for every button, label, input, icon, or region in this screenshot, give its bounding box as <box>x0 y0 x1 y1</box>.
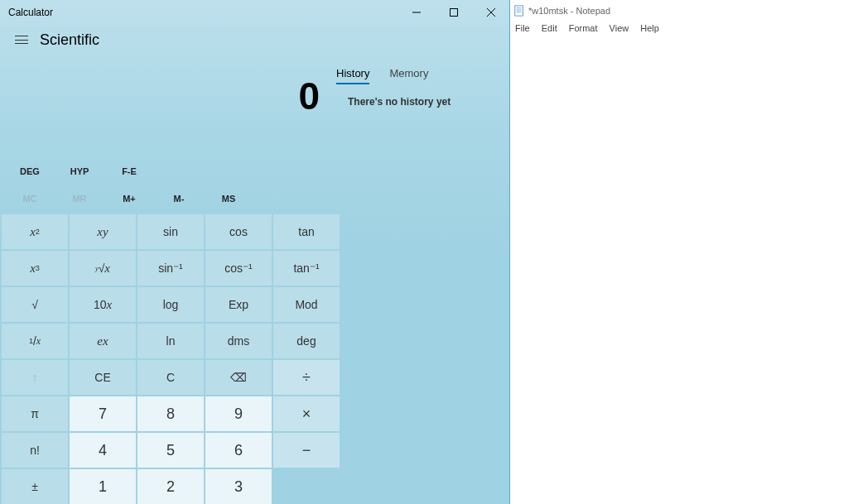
digit-8-button[interactable]: 8 <box>137 396 204 431</box>
notepad-icon <box>513 5 525 17</box>
x-power-y-button[interactable]: xy <box>70 214 136 249</box>
hyp-button[interactable]: HYP <box>55 166 104 176</box>
e-power-x-button[interactable]: ex <box>70 324 136 358</box>
button-grid: x2 xy sin cos tan x3 y√x sin⁻¹ cos⁻¹ tan… <box>0 214 333 504</box>
cos-button[interactable]: cos <box>205 214 272 249</box>
plus-minus-button[interactable]: ± <box>2 469 68 504</box>
dms-button[interactable]: dms <box>205 324 272 358</box>
calculator-titlebar: Calculator <box>0 0 509 25</box>
fe-button[interactable]: F-E <box>104 166 154 176</box>
mminus-button[interactable]: M- <box>154 194 204 204</box>
digit-2-button[interactable]: 2 <box>137 469 204 504</box>
ln-button[interactable]: ln <box>137 324 204 358</box>
backspace-button[interactable]: ⌫ <box>205 360 272 395</box>
menu-edit[interactable]: Edit <box>542 23 557 33</box>
c-button[interactable]: C <box>137 360 204 395</box>
calculator-left: 0 DEG HYP F-E MC MR M+ M- MS x2 xy sin c… <box>0 55 333 504</box>
pi-button[interactable]: π <box>2 396 68 431</box>
factorial-button[interactable]: n! <box>2 433 68 468</box>
display-area: 0 <box>0 55 333 160</box>
menu-format[interactable]: Format <box>569 23 598 33</box>
angle-mode-row: DEG HYP F-E <box>0 160 333 183</box>
digit-9-button[interactable]: 9 <box>205 396 272 431</box>
tabs-row: History Memory <box>333 55 509 84</box>
digit-3-button[interactable]: 3 <box>205 469 272 504</box>
asin-button[interactable]: sin⁻¹ <box>137 251 204 286</box>
digit-5-button[interactable]: 5 <box>137 433 204 468</box>
subtract-button[interactable]: − <box>273 433 340 468</box>
notepad-title: *w10mtsk - Notepad <box>528 6 610 16</box>
ce-button[interactable]: CE <box>70 360 136 395</box>
hamburger-icon[interactable] <box>7 25 36 55</box>
window-controls <box>398 0 509 25</box>
yroot-button[interactable]: y√x <box>70 251 136 286</box>
tab-memory[interactable]: Memory <box>389 67 428 84</box>
ms-button[interactable]: MS <box>204 194 253 204</box>
exp-button[interactable]: Exp <box>205 287 272 322</box>
minimize-button[interactable] <box>398 0 435 25</box>
sqrt-button[interactable]: √ <box>2 287 68 322</box>
mc-button: MC <box>5 194 55 204</box>
tan-button[interactable]: tan <box>273 214 340 249</box>
atan-button[interactable]: tan⁻¹ <box>273 251 340 286</box>
maximize-button[interactable] <box>435 0 472 25</box>
calculator-body: 0 DEG HYP F-E MC MR M+ M- MS x2 xy sin c… <box>0 55 509 504</box>
menu-help[interactable]: Help <box>640 23 659 33</box>
tab-history[interactable]: History <box>336 67 369 84</box>
calculator-header: Scientific <box>0 25 509 55</box>
to-deg-button[interactable]: deg <box>273 324 340 358</box>
divide-button[interactable]: ÷ <box>273 360 340 395</box>
mr-button: MR <box>55 194 104 204</box>
calculator-title: Calculator <box>8 7 53 18</box>
memory-row: MC MR M+ M- MS <box>0 183 333 214</box>
digit-4-button[interactable]: 4 <box>70 433 136 468</box>
notepad-window: *w10mtsk - Notepad File Edit Format View… <box>509 0 848 504</box>
menu-view[interactable]: View <box>610 23 629 33</box>
history-empty-text: There's no history yet <box>333 84 509 108</box>
multiply-button[interactable]: × <box>273 396 340 431</box>
notepad-editor[interactable] <box>510 36 848 504</box>
svg-rect-1 <box>450 9 457 17</box>
display-value: 0 <box>298 74 320 118</box>
mplus-button[interactable]: M+ <box>104 194 154 204</box>
digit-1-button[interactable]: 1 <box>70 469 136 504</box>
history-panel: History Memory There's no history yet <box>333 55 509 504</box>
menu-file[interactable]: File <box>515 23 530 33</box>
digit-7-button[interactable]: 7 <box>70 396 136 431</box>
ten-power-x-button[interactable]: 10x <box>70 287 136 322</box>
reciprocal-button[interactable]: 1/x <box>2 324 68 358</box>
x-cubed-button[interactable]: x3 <box>2 251 68 286</box>
notepad-titlebar: *w10mtsk - Notepad <box>510 0 848 20</box>
sin-button[interactable]: sin <box>137 214 204 249</box>
mode-title: Scientific <box>40 31 99 49</box>
up-arrow-button[interactable]: ↑ <box>2 360 68 395</box>
close-button[interactable] <box>472 0 509 25</box>
digit-6-button[interactable]: 6 <box>205 433 272 468</box>
x-squared-button[interactable]: x2 <box>2 214 68 249</box>
log-button[interactable]: log <box>137 287 204 322</box>
calculator-window: Calculator Scientific 0 DEG HY <box>0 0 509 504</box>
notepad-menu: File Edit Format View Help <box>510 20 848 36</box>
acos-button[interactable]: cos⁻¹ <box>205 251 272 286</box>
deg-button[interactable]: DEG <box>5 166 55 176</box>
mod-button[interactable]: Mod <box>273 287 340 322</box>
